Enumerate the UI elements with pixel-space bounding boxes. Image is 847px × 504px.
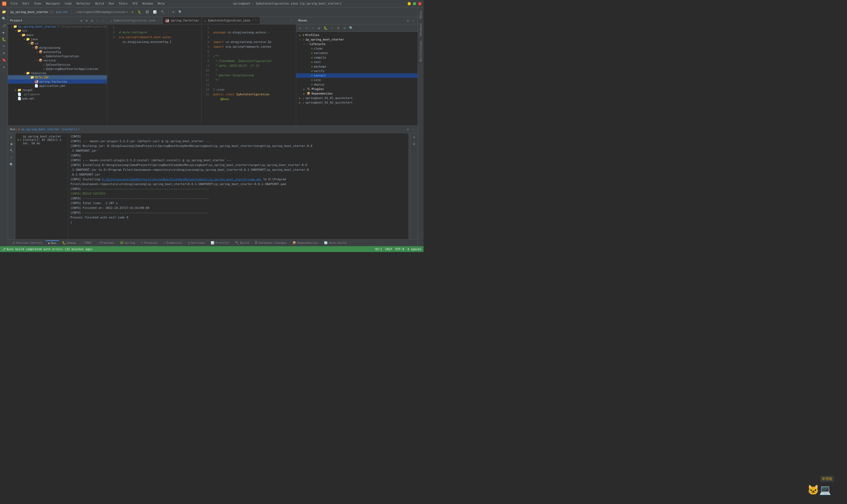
editor-right-action[interactable]: ⋮ bbox=[289, 18, 294, 23]
status-position[interactable]: 43:1 bbox=[375, 248, 382, 251]
sidebar-project-icon[interactable]: 📁 bbox=[1, 8, 7, 15]
file-tree[interactable]: ▾ 📁 ip_spring_boot_starter D:\DingJiaxio… bbox=[8, 24, 107, 125]
run-right-btn1[interactable]: ≡ bbox=[411, 134, 417, 140]
maven-debug-btn[interactable]: 🐛 bbox=[323, 25, 328, 31]
menu-run[interactable]: Run bbox=[107, 1, 116, 6]
run-stop-btn[interactable]: ■ bbox=[9, 141, 15, 147]
menu-vcs[interactable]: VCS bbox=[130, 1, 140, 6]
run-config-selector[interactable]: ☕ Springboot08SsmpApplication ▾ bbox=[74, 10, 129, 15]
profile-button[interactable]: 📊 bbox=[151, 10, 158, 15]
tab-ipautoconfig-left[interactable]: ☕ IpAutoConfiguration.java ✕ bbox=[107, 17, 163, 24]
tree-item-ipsba[interactable]: ▾ ☕ IpSpringBootStarterApplication bbox=[8, 67, 107, 71]
menu-code[interactable]: Code bbox=[62, 1, 74, 6]
bottom-tab-debug[interactable]: 🐛 Debug bbox=[59, 240, 78, 245]
sidebar-structure-icon[interactable]: ≡ bbox=[1, 50, 7, 56]
maven-item-install[interactable]: ⚙ install bbox=[296, 73, 418, 78]
maven-item-verify[interactable]: ⚙ verify bbox=[296, 69, 418, 73]
maven-item-compile[interactable]: ⚙ compile bbox=[296, 55, 418, 60]
tree-item-dingjiaxiong[interactable]: ▾ 📦 dingjiaxiong bbox=[8, 46, 107, 50]
project-panel-collapse[interactable]: ⊟ bbox=[89, 18, 94, 23]
tree-item-java[interactable]: ▾ 📁 java bbox=[8, 37, 107, 41]
run-scroll-btn[interactable]: ⬇ bbox=[9, 155, 15, 161]
minimize-button[interactable] bbox=[408, 2, 411, 5]
editor-right-code[interactable]: 1 2 3 4 5 6 7 8 9 10 11 bbox=[202, 24, 296, 125]
breadcrumb[interactable]: pom.xml bbox=[55, 10, 69, 14]
editor-right-tabs[interactable]: ☕ IpAutoConfiguration.java ✓ ✕ ⋮ bbox=[202, 17, 296, 24]
tree-item-gitignore[interactable]: ▾ 📄 .gitignore bbox=[8, 92, 107, 96]
maven-item-package[interactable]: ⚙ package bbox=[296, 64, 418, 69]
editor-left-content[interactable]: # Auto Configure org.springframework.boo… bbox=[117, 24, 201, 125]
maven-collapse-btn[interactable]: ⊟ bbox=[342, 25, 347, 31]
bottom-tab-terminal[interactable]: ⌨ Terminal bbox=[138, 240, 160, 245]
maven-item-clean[interactable]: ⚙ clean bbox=[296, 46, 418, 51]
maven-item-lifecycle[interactable]: ▾ ⚡ Lifecycle bbox=[296, 42, 418, 46]
sidebar-run-icon[interactable]: ▶ bbox=[1, 29, 7, 35]
right-sidebar-notifications[interactable]: Notifications bbox=[419, 39, 422, 64]
menu-help[interactable]: Help bbox=[156, 1, 167, 6]
sidebar-debug-icon[interactable]: 🐛 bbox=[1, 36, 7, 42]
maven-item-sb02[interactable]: ▶ ☕ springboot_01_02_quickstart bbox=[296, 100, 418, 105]
menu-tools[interactable]: Tools bbox=[117, 1, 130, 6]
maven-item-validate[interactable]: ⚙ validate bbox=[296, 51, 418, 55]
maven-tree[interactable]: ▶ ⚙ Profiles ▾ ☕ ip_spring_boot_starter bbox=[296, 32, 418, 125]
tree-item-spring-factories[interactable]: ▾ 🏭 spring.factories bbox=[8, 79, 107, 84]
maven-run-btn[interactable]: ▶ bbox=[316, 25, 322, 31]
bottom-tab-todo[interactable]: ✓ TODO bbox=[79, 240, 94, 245]
editor-left-tabs[interactable]: ☕ IpAutoConfiguration.java ✕ 🏭 spring.fa… bbox=[107, 17, 201, 24]
maven-skip-tests-btn[interactable]: ⚡ bbox=[329, 25, 335, 31]
status-line-ending[interactable]: CRLF bbox=[385, 248, 392, 251]
maven-settings-btn[interactable]: ⚙ bbox=[406, 18, 410, 23]
bottom-tab-endpoints[interactable]: ⚡ Endpoints bbox=[161, 240, 185, 245]
tree-item-pomxml[interactable]: ▾ 📄 pom.xml bbox=[8, 96, 107, 101]
right-sidebar-maven[interactable]: Maven bbox=[419, 8, 422, 21]
menu-navigate[interactable]: Navigate bbox=[44, 1, 62, 6]
right-sidebar-database[interactable]: Database bbox=[419, 21, 422, 38]
maven-refresh-btn[interactable]: ↻ bbox=[297, 25, 303, 31]
tree-item-resources[interactable]: ▾ 📁 resources bbox=[8, 71, 107, 75]
bottom-tab-version-control[interactable]: ⎇ Version Control bbox=[9, 240, 45, 245]
bottom-tab-build[interactable]: 🔨 Build bbox=[233, 240, 251, 245]
tree-item-application-yml[interactable]: ▾ 📄 application.yml bbox=[8, 84, 107, 88]
coverage-button[interactable]: ⛾ bbox=[144, 10, 150, 15]
maven-add-btn[interactable]: + bbox=[304, 25, 309, 31]
status-indent[interactable]: 4 spaces bbox=[407, 248, 421, 251]
bottom-tab-profiler[interactable]: 📊 Profiler bbox=[208, 240, 232, 245]
run-minimize-btn[interactable]: − bbox=[411, 127, 416, 132]
project-panel-expand[interactable]: ⊞ bbox=[84, 18, 89, 23]
search-button[interactable]: 🔍 bbox=[177, 10, 184, 15]
run-settings-btn[interactable]: ⚙ bbox=[406, 127, 410, 132]
maven-minimize-btn[interactable]: − bbox=[411, 18, 416, 23]
sidebar-search-icon[interactable]: 🔍 bbox=[1, 15, 7, 22]
bottom-tab-services[interactable]: ⚙ Services bbox=[185, 240, 208, 245]
project-panel-settings[interactable]: ⋮ bbox=[95, 18, 100, 23]
run-right-btn2[interactable]: ⊞ bbox=[411, 141, 417, 147]
maven-show-deps-btn[interactable]: ⊞ bbox=[335, 25, 341, 31]
run-build-btn[interactable]: 🔨 bbox=[9, 148, 15, 154]
editor-left-code[interactable]: 1 2 3 # Auto Configure org.springframewo… bbox=[107, 24, 201, 125]
tree-item-service[interactable]: ▾ 📦 service bbox=[8, 58, 107, 62]
tab-close-ipautoconfig-right[interactable]: ✕ bbox=[255, 19, 257, 22]
tab-close-ipautoconfig-left[interactable]: ✕ bbox=[157, 19, 160, 22]
bottom-tab-database-changes[interactable]: 🗄 Database Changes bbox=[252, 240, 289, 245]
tree-item-metainf[interactable]: ▾ 📁 META-INF bbox=[8, 75, 107, 79]
bottom-tab-auto-build[interactable]: 🔄 Auto-build bbox=[321, 240, 349, 245]
project-panel-gear[interactable]: ⚙ bbox=[79, 18, 84, 23]
bottom-tab-problems[interactable]: ⚠ Problems bbox=[94, 240, 117, 245]
project-panel-minimize[interactable]: − bbox=[100, 18, 105, 23]
bottom-tab-dependencies[interactable]: 📦 Dependencies bbox=[290, 240, 321, 245]
editor-right-content[interactable]: package cn.dingjiaxiong.autoco ✓ import … bbox=[211, 24, 296, 125]
tree-item-src[interactable]: ▾ 📂 src bbox=[8, 29, 107, 33]
maximize-button[interactable] bbox=[413, 2, 416, 5]
run-close-icon[interactable]: ✕ bbox=[78, 128, 80, 131]
menu-view[interactable]: View bbox=[32, 1, 43, 6]
maven-item-sb01[interactable]: ▶ ☕ springboot_01_01_quickstart bbox=[296, 96, 418, 100]
status-encoding[interactable]: UTF-8 bbox=[395, 248, 404, 251]
run-tab-label[interactable]: ip_spring_boot_starter [install] bbox=[21, 128, 77, 131]
tree-item-cn[interactable]: ▾ 📦 cn bbox=[8, 41, 107, 46]
maven-item-profiles[interactable]: ▶ ⚙ Profiles bbox=[296, 33, 418, 37]
tree-item-root[interactable]: ▾ 📁 ip_spring_boot_starter D:\DingJiaxio… bbox=[8, 24, 107, 29]
sidebar-terminal-icon[interactable]: ⌨ bbox=[1, 43, 7, 49]
debug-button[interactable]: 🐛 bbox=[136, 10, 143, 15]
menu-edit[interactable]: Edit bbox=[20, 1, 32, 6]
menu-build[interactable]: Build bbox=[93, 1, 106, 6]
